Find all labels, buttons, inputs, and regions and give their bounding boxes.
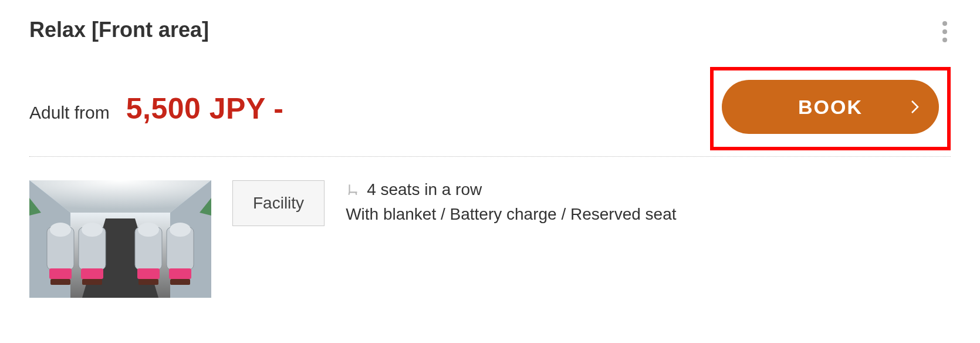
svg-rect-14: [82, 279, 102, 285]
svg-rect-12: [169, 268, 191, 279]
bus-interior-image: [29, 180, 211, 298]
book-button[interactable]: BOOK: [722, 80, 939, 134]
seats-in-row-text: 4 seats in a row: [367, 180, 482, 199]
price-value: 5,500 JPY -: [126, 92, 284, 126]
svg-point-18: [82, 223, 103, 237]
kebab-dot-icon: [942, 29, 947, 34]
kebab-dot-icon: [942, 38, 947, 42]
svg-rect-11: [137, 268, 160, 279]
svg-point-17: [50, 223, 71, 237]
seat-icon: [346, 182, 361, 197]
seat-thumbnail[interactable]: [29, 180, 211, 298]
facility-features-text: With blanket / Battery charge / Reserved…: [346, 205, 676, 224]
chevron-right-icon: [911, 100, 919, 114]
section-divider: [29, 156, 951, 157]
price-label: Adult from: [29, 103, 110, 123]
svg-rect-10: [81, 268, 103, 279]
svg-point-20: [170, 223, 191, 237]
svg-rect-15: [138, 279, 158, 285]
kebab-dot-icon: [942, 21, 947, 26]
svg-rect-9: [49, 268, 72, 279]
book-button-label: BOOK: [798, 96, 863, 119]
seat-class-title: Relax [Front area]: [29, 18, 209, 42]
more-options-button[interactable]: [939, 18, 951, 46]
book-button-highlight: BOOK: [710, 67, 951, 150]
svg-rect-13: [50, 279, 70, 285]
svg-rect-16: [170, 279, 190, 285]
svg-point-19: [138, 223, 159, 237]
facility-badge: Facility: [232, 180, 325, 226]
